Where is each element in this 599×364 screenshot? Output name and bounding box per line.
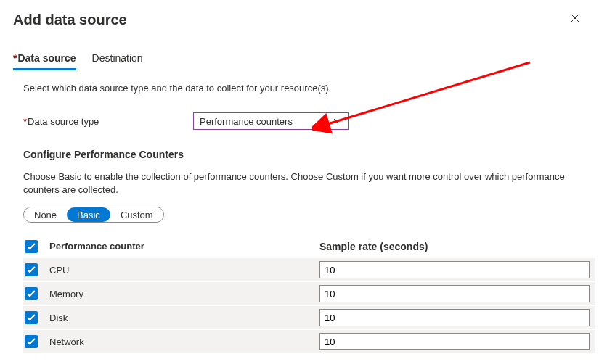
field-label-text: Data source type <box>28 116 99 127</box>
check-icon <box>27 266 36 273</box>
table-row: Disk <box>23 306 595 330</box>
close-icon <box>570 13 580 25</box>
counter-name: Network <box>49 336 319 347</box>
panel-title: Add data source <box>13 12 127 28</box>
sample-rate-input[interactable] <box>319 261 590 278</box>
close-button[interactable] <box>564 10 586 29</box>
tab-data-source[interactable]: *Data source <box>13 52 76 70</box>
toggle-none[interactable]: None <box>24 207 67 222</box>
sample-rate-input[interactable] <box>319 333 590 350</box>
required-star-icon: * <box>13 52 17 64</box>
data-source-type-select[interactable]: Performance counters <box>193 112 349 130</box>
mode-toggle-group: None Basic Custom <box>23 207 164 223</box>
row-checkbox[interactable] <box>25 287 38 300</box>
chevron-down-icon <box>333 117 342 125</box>
sample-rate-input[interactable] <box>319 309 590 326</box>
check-icon <box>27 290 36 297</box>
tabs: *Data source Destination <box>0 33 599 71</box>
check-icon <box>27 338 36 345</box>
data-source-type-label: *Data source type <box>23 116 193 127</box>
counter-name: CPU <box>49 265 319 276</box>
counter-name: Disk <box>49 313 319 323</box>
counter-name: Memory <box>49 289 319 299</box>
toggle-custom[interactable]: Custom <box>110 207 163 222</box>
configure-section-desc: Choose Basic to enable the collection of… <box>23 170 575 197</box>
required-star-icon: * <box>23 116 27 127</box>
table-header-row: Performance counter Sample rate (seconds… <box>23 234 595 258</box>
counter-table: Performance counter Sample rate (seconds… <box>23 234 595 354</box>
sample-rate-input[interactable] <box>319 285 590 302</box>
table-row: CPU <box>23 258 595 282</box>
intro-text: Select which data source type and the da… <box>23 83 586 94</box>
check-icon <box>27 243 36 250</box>
header-rate: Sample rate (seconds) <box>319 241 595 252</box>
table-row: Memory <box>23 282 595 306</box>
tab-destination[interactable]: Destination <box>92 52 143 70</box>
row-checkbox[interactable] <box>25 311 38 324</box>
select-value: Performance counters <box>200 116 293 127</box>
check-icon <box>27 314 36 321</box>
header-counter: Performance counter <box>49 241 319 252</box>
table-row: Network <box>23 330 595 354</box>
row-checkbox[interactable] <box>25 263 38 276</box>
row-checkbox[interactable] <box>25 335 38 348</box>
select-all-checkbox[interactable] <box>25 240 38 253</box>
toggle-basic[interactable]: Basic <box>67 207 110 222</box>
tab-data-source-label: Data source <box>17 52 76 64</box>
configure-section-title: Configure Performance Counters <box>23 149 586 160</box>
